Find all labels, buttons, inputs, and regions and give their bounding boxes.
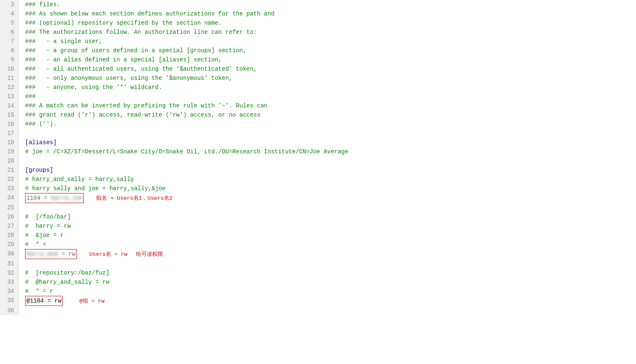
line-content: # harry_and_sally = harry,sally: [19, 175, 636, 184]
line-number: 28: [0, 231, 19, 240]
line-number: 33: [0, 277, 19, 287]
line-row: 34# * = r: [0, 287, 636, 296]
line-content: # joe = /C=XZ/ST=Dessert/L=Snake City/O=…: [19, 147, 636, 156]
line-content: 1104 = harry,joe组名 = Users名1，Users名2: [19, 193, 636, 203]
line30-desc: 给可读权限: [136, 251, 163, 257]
line-number: 31: [0, 259, 19, 268]
line-content: ### A match can be inverted by prefixing…: [19, 101, 636, 110]
line-content: ### (optional) repository specified by t…: [19, 18, 636, 28]
line-number: 29: [0, 240, 19, 249]
section-text: [aliases]: [25, 139, 57, 146]
line-content: [19, 203, 636, 212]
line-content: ###: [19, 92, 636, 101]
comment-text: # harry = rw: [25, 223, 71, 229]
line-content: [aliases]: [19, 138, 636, 147]
comment-text: ### A match can be inverted by prefixing…: [25, 102, 268, 109]
line-row: 10### - all authenticated users, using t…: [0, 64, 636, 74]
line-row: 35@1104 = rw@组 = rw: [0, 296, 636, 306]
line-number: 34: [0, 287, 19, 296]
line-row: 27# harry = rw: [0, 221, 636, 231]
line-content: # * =: [19, 240, 636, 249]
line-content: ### - anyone, using the '*' wildcard.: [19, 83, 636, 92]
line-number: 30: [0, 249, 19, 259]
box30-rest: = rw: [58, 251, 76, 257]
comment-text: ### As shown below each section defines …: [25, 10, 275, 17]
section-text: [groups]: [25, 167, 53, 173]
line-number: 10: [0, 64, 19, 74]
line-row: 15### grant read ('r') access, read-writ…: [0, 110, 636, 120]
line-row: 25: [0, 203, 636, 212]
comment-text: ### (optional) repository specified by t…: [25, 20, 222, 26]
line-row: 21[groups]: [0, 165, 636, 175]
line-content: ### - a group of users defined in a spec…: [19, 46, 636, 55]
line-number: 36: [0, 306, 19, 315]
line-row: 13###: [0, 92, 636, 101]
line-content: # harry sally and joe = harry,sally,&joe: [19, 184, 636, 193]
line-number: 21: [0, 165, 19, 175]
line-row: 16### ('').: [0, 120, 636, 129]
line-content: # harry = rw: [19, 221, 636, 231]
line-row: 8### - a group of users defined in a spe…: [0, 46, 636, 55]
line-row: 20: [0, 156, 636, 165]
line-row: 36: [0, 306, 636, 315]
line-content: [19, 306, 636, 315]
line-number: 27: [0, 221, 19, 231]
line-row: 241104 = harry,joe组名 = Users名1，Users名2: [0, 193, 636, 203]
line-content: # [repository:/baz/fuz]: [19, 268, 636, 277]
line-number: 5: [0, 18, 19, 28]
comment-text: ### - a single user,: [25, 38, 102, 45]
comment-text: ### - only anonymous users, using the '$…: [25, 75, 232, 81]
line-number: 4: [0, 9, 19, 18]
line-content: ### - an alias defined in a special [ali…: [19, 55, 636, 64]
line-row: 12### - anyone, using the '*' wildcard.: [0, 83, 636, 92]
box-text: 1104 =: [26, 195, 51, 201]
line35-annotation: @组 = rw: [79, 298, 105, 304]
line-number: 35: [0, 296, 19, 306]
line-number: 9: [0, 55, 19, 64]
line-row: 4### As shown below each section defines…: [0, 9, 636, 18]
line-number: 32: [0, 268, 19, 277]
highlighted-group-box: 1104 = harry,joe: [25, 193, 84, 203]
comment-text: # harry sally and joe = harry,sally,&joe: [25, 185, 166, 192]
comment-text: ### The authorizations follow. An author…: [25, 29, 257, 36]
box-blurred-text: harry,joe: [51, 195, 83, 201]
line-row: 9### - an alias defined in a special [al…: [0, 55, 636, 64]
line-content: # &joe = r: [19, 231, 636, 240]
line-content: [groups]: [19, 165, 636, 175]
line-number: 18: [0, 138, 19, 147]
line-content: ### ('').: [19, 120, 636, 129]
line-row: 7### - a single user,: [0, 37, 636, 46]
line-content: # @harry_and_sally = rw: [19, 277, 636, 287]
line-content: ### - only anonymous users, using the '$…: [19, 74, 636, 83]
comment-text: # [/foo/bar]: [25, 214, 71, 220]
line-content: # [/foo/bar]: [19, 212, 636, 221]
comment-text: # &joe = r: [25, 232, 64, 239]
line-content: ### grant read ('r') access, read-write …: [19, 110, 636, 120]
line-number: 22: [0, 175, 19, 184]
line-row: 3### files.: [0, 0, 636, 9]
line-row: 28# &joe = r: [0, 231, 636, 240]
line-number: 24: [0, 193, 19, 203]
comment-text: ### ('').: [25, 121, 57, 127]
line-number: 11: [0, 74, 19, 83]
comment-text: ### - a group of users defined in a spec…: [25, 47, 246, 54]
line-number: 19: [0, 147, 19, 156]
box30-blurred: harry_and: [26, 251, 58, 257]
line-number: 15: [0, 110, 19, 120]
comment-text: ### - all authenticated users, using the…: [25, 66, 257, 72]
line30-annotation: Users名 = rw给可读权限: [89, 251, 163, 257]
line-number: 16: [0, 120, 19, 129]
line-number: 23: [0, 184, 19, 193]
comment-text: # @harry_and_sally = rw: [25, 279, 110, 285]
comment-text: ### - an alias defined in a special [ali…: [25, 56, 222, 63]
line-content: ### files.: [19, 0, 636, 9]
line-row: 19# joe = /C=XZ/ST=Dessert/L=Snake City/…: [0, 147, 636, 156]
comment-text: # * =: [25, 241, 46, 248]
comment-text: ###: [25, 93, 36, 100]
line-content: [19, 129, 636, 138]
comment-text: # * = r: [25, 288, 53, 295]
comment-text: ### - anyone, using the '*' wildcard.: [25, 84, 162, 91]
line-content: ### The authorizations follow. An author…: [19, 28, 636, 37]
line-row: 32# [repository:/baz/fuz]: [0, 268, 636, 277]
line-row: 29# * =: [0, 240, 636, 249]
